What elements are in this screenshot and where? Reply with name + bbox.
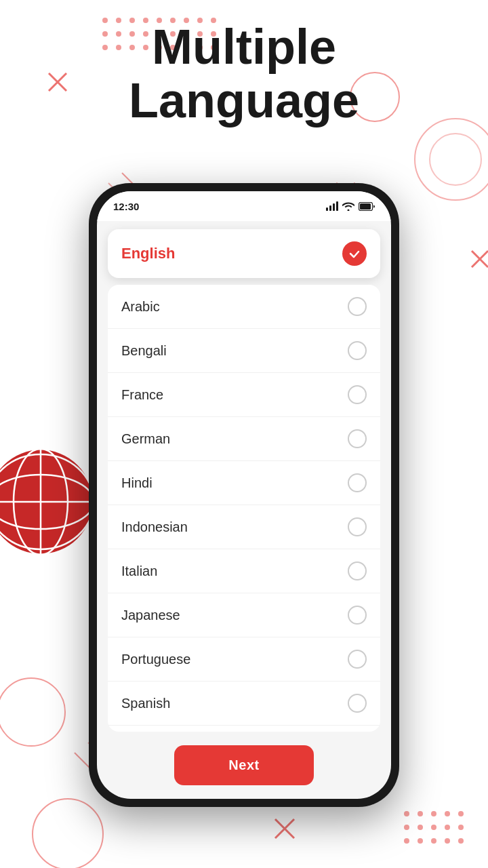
wifi-icon bbox=[342, 201, 354, 211]
language-name: Japanese bbox=[121, 608, 180, 623]
svg-point-55 bbox=[458, 838, 464, 844]
svg-line-34 bbox=[275, 819, 294, 838]
language-item[interactable]: Bengali bbox=[108, 329, 380, 373]
radio-circle bbox=[348, 473, 367, 492]
globe-icon bbox=[0, 448, 95, 559]
svg-point-51 bbox=[404, 838, 409, 844]
status-bar: 12:30 bbox=[97, 191, 391, 221]
page-title: Multiple Language bbox=[0, 20, 488, 127]
language-name: Arabic bbox=[121, 299, 160, 315]
svg-point-46 bbox=[404, 825, 409, 830]
phone-mockup: 12:30 bbox=[89, 183, 399, 807]
selected-language-label: English bbox=[121, 245, 175, 262]
status-time: 12:30 bbox=[113, 201, 139, 212]
language-item[interactable]: France bbox=[108, 373, 380, 417]
language-list: ArabicBengaliFranceGermanHindiIndonesian… bbox=[108, 285, 380, 732]
signal-icon bbox=[326, 201, 338, 211]
language-item[interactable]: Italian bbox=[108, 549, 380, 593]
svg-point-43 bbox=[431, 811, 436, 816]
svg-rect-67 bbox=[360, 203, 371, 210]
svg-line-32 bbox=[472, 251, 488, 267]
svg-point-41 bbox=[404, 811, 409, 816]
svg-point-38 bbox=[0, 678, 65, 746]
radio-circle bbox=[348, 385, 367, 404]
selected-language-item[interactable]: English bbox=[108, 229, 380, 278]
language-name: Bengali bbox=[121, 343, 167, 359]
status-icons bbox=[326, 201, 375, 211]
radio-circle bbox=[348, 694, 367, 713]
svg-point-45 bbox=[458, 811, 464, 816]
radio-circle bbox=[348, 650, 367, 669]
svg-point-37 bbox=[430, 134, 481, 185]
svg-point-42 bbox=[418, 811, 423, 816]
svg-point-54 bbox=[445, 838, 450, 844]
language-name: France bbox=[121, 387, 163, 403]
language-item[interactable]: Urdu bbox=[108, 726, 380, 732]
svg-point-49 bbox=[445, 825, 450, 830]
svg-point-47 bbox=[418, 825, 423, 830]
svg-point-48 bbox=[431, 825, 436, 830]
language-item[interactable]: German bbox=[108, 417, 380, 461]
svg-line-31 bbox=[472, 251, 488, 267]
svg-point-44 bbox=[445, 811, 450, 816]
language-item[interactable]: Arabic bbox=[108, 285, 380, 329]
language-name: Hindi bbox=[121, 475, 152, 491]
radio-circle bbox=[348, 606, 367, 625]
battery-icon bbox=[359, 202, 375, 211]
language-item[interactable]: Spanish bbox=[108, 682, 380, 726]
language-item[interactable]: Hindi bbox=[108, 461, 380, 505]
check-circle-icon bbox=[342, 241, 367, 266]
svg-point-53 bbox=[431, 838, 436, 844]
radio-circle bbox=[348, 517, 367, 536]
language-name: German bbox=[121, 431, 170, 447]
svg-point-50 bbox=[458, 825, 464, 830]
radio-circle bbox=[348, 561, 367, 580]
svg-point-56 bbox=[33, 799, 103, 868]
svg-point-52 bbox=[418, 838, 423, 844]
language-item[interactable]: Portuguese bbox=[108, 637, 380, 682]
language-name: Portuguese bbox=[121, 652, 190, 667]
next-button-container: Next bbox=[97, 737, 391, 799]
svg-point-36 bbox=[415, 119, 488, 200]
radio-circle bbox=[348, 341, 367, 360]
language-name: Spanish bbox=[121, 696, 170, 711]
language-item[interactable]: Japanese bbox=[108, 593, 380, 637]
radio-circle bbox=[348, 297, 367, 316]
language-name: Indonesian bbox=[121, 519, 188, 535]
next-button[interactable]: Next bbox=[174, 745, 313, 785]
language-name: Italian bbox=[121, 564, 157, 579]
svg-line-33 bbox=[275, 819, 294, 838]
radio-circle bbox=[348, 429, 367, 448]
language-item[interactable]: Indonesian bbox=[108, 505, 380, 549]
